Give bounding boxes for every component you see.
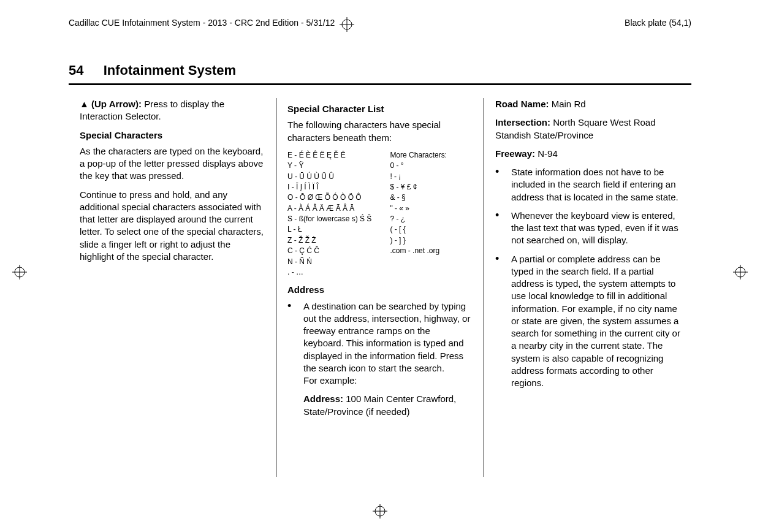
char-row: O - Ō Ø Œ Õ Ó Ò Ö Ô [287,192,371,203]
char-row: $ - ¥ £ ¢ [390,182,447,192]
char-row: 0 - ° [390,161,447,171]
char-row: ? - ¿ [390,214,447,224]
page-number: 54 [69,63,83,78]
road-name-value: Main Rd [552,99,586,109]
crop-mark-bottom-icon [373,504,387,519]
char-row: N - Ñ Ń [287,257,371,267]
char-row: E - É È Ê Ë Ę Ě Ē [287,150,371,161]
char-row: . - … [287,267,371,278]
address-label: Address: [303,393,343,404]
address-notes-bullets: State information does not have to be in… [495,166,680,389]
crop-mark-left-icon [12,265,27,279]
page-title: Infotainment System [104,63,236,78]
bullet-text: State information does not have to be in… [511,167,678,202]
up-arrow-icon: ▲ [80,99,89,109]
intersection-label: Intersection: [495,117,550,127]
special-char-table-left: E - É È Ê Ë Ę Ě Ē Y - Ÿ U - Ū Ú Ù Ü Û I … [287,150,371,278]
freeway-value: N-94 [538,148,558,159]
column-1: ▲ (Up Arrow): Press to display the Inter… [69,98,276,477]
road-name-label: Road Name: [495,99,549,109]
special-char-table-right: More Characters: 0 - ° ! - ¡ $ - ¥ £ ¢ &… [390,150,447,278]
address-example-label: For example: [303,374,473,387]
bullet-text: Whenever the keyboard view is entered, t… [511,210,678,246]
special-char-list-heading: Special Character List [287,103,473,115]
uparrow-line: ▲ (Up Arrow): Press to display the Inter… [80,98,265,123]
char-row-header: More Characters: [390,150,447,161]
char-row: & - § [390,192,447,203]
char-row: A - À Á Â Ä Æ Ã Å Ā [287,203,371,214]
crop-mark-right-icon [733,265,748,279]
crop-mark-top-icon [340,17,354,32]
char-row: Y - Ÿ [287,161,371,171]
special-characters-p1: As the characters are typed on the keybo… [80,145,265,183]
char-row: L - Ł [287,224,371,235]
list-item: Whenever the keyboard view is entered, t… [495,210,680,247]
column-2: Special Character List The following cha… [276,98,484,477]
address-example: Address: 100 Main Center Crawford, State… [303,393,473,418]
list-item: A partial or complete address can be typ… [495,253,680,390]
char-row: ) - ] } [390,235,447,246]
special-char-list-intro: The following characters have special ch… [287,119,473,144]
char-row: .com - .net .org [390,246,447,256]
header-right: Black plate (54,1) [625,17,691,29]
page: Cadillac CUE Infotainment System - 2013 … [0,0,760,532]
address-bullets: A destination can be searched by typing … [287,300,473,418]
freeway-line: Freeway: N-94 [495,148,680,160]
address-heading: Address [287,284,473,296]
content-columns: ▲ (Up Arrow): Press to display the Inter… [69,98,691,477]
char-row: ! - ¡ [390,172,447,182]
list-item: A destination can be searched by typing … [287,300,473,418]
column-3: Road Name: Main Rd Intersection: North S… [484,98,691,477]
road-name-line: Road Name: Main Rd [495,98,680,110]
char-row: S - ß(for lowercase s) Ś Š [287,214,371,224]
char-row: ( - [ { [390,224,447,235]
char-row: " - « » [390,203,447,214]
header-left: Cadillac CUE Infotainment System - 2013 … [69,17,335,29]
char-row: Z - Ž Ž Ż [287,235,371,246]
special-characters-heading: Special Characters [80,129,265,142]
list-item: State information does not have to be in… [495,166,680,203]
address-bullet-text: A destination can be searched by typing … [303,301,470,373]
char-row: I - Ī Į Í Ì Ï Î [287,182,371,192]
uparrow-label: (Up Arrow): [91,99,142,109]
char-row: U - Ū Ú Ù Ü Û [287,172,371,182]
freeway-label: Freeway: [495,148,535,159]
char-row: C - Ç Ć Č [287,246,371,256]
print-header: Cadillac CUE Infotainment System - 2013 … [69,17,691,32]
page-title-bar: 54 Infotainment System [69,61,691,85]
intersection-line: Intersection: North Square West Road Sta… [495,116,680,142]
special-char-table: E - É È Ê Ë Ę Ě Ē Y - Ÿ U - Ū Ú Ù Ü Û I … [287,150,473,278]
bullet-text: A partial or complete address can be typ… [511,254,680,389]
special-characters-p2: Continue to press and hold, and any addi… [80,189,265,264]
